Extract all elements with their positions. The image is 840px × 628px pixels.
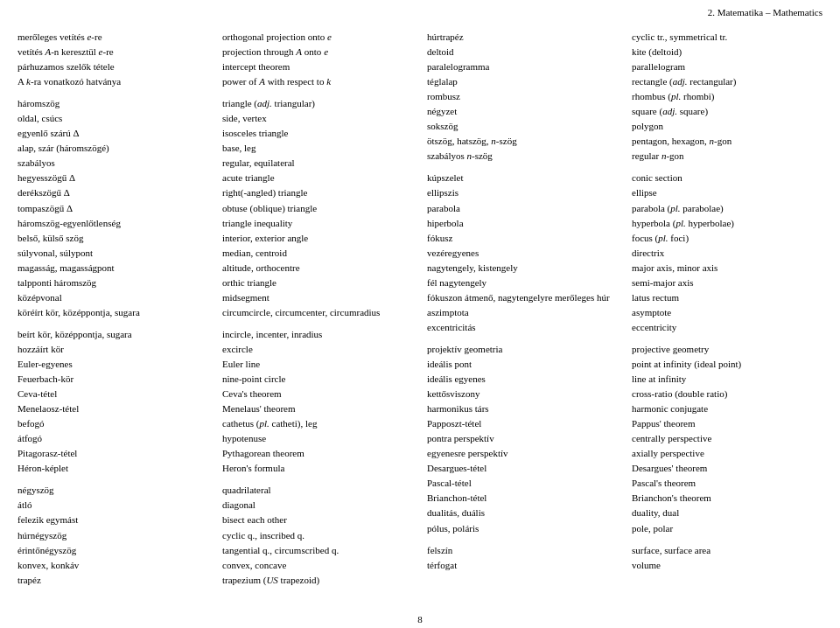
list-item: Pascal's theorem [632,476,822,491]
list-item: Brianchon-tétel [427,491,618,506]
list-item: trapezium (US trapezoid) [222,573,413,588]
list-item [18,320,208,327]
list-item: incircle, incenter, inradius [222,327,413,342]
list-item: Ceva's theorem [222,387,413,401]
list-item: point at infinity (ideal point) [632,357,822,372]
column-1: merőleges vetítés e-revetítés A-n keresz… [18,30,215,588]
list-item: háromszög-egyenlőtlenség [18,216,208,231]
list-item [222,89,413,96]
list-item: szabályos n-szög [427,149,618,164]
column-3: húrtrapézdeltoidparalelogrammatéglalapro… [420,30,625,588]
list-item: harmonic conjugate [632,401,822,416]
list-item: középvonal [18,290,208,305]
list-item: hozzáírt kör [18,342,208,357]
list-item [632,335,822,342]
list-item: line at infinity [632,372,822,387]
list-item: cathetus (pl. catheti), leg [222,416,413,431]
list-item [18,476,208,483]
header-title: 2. Matematika – Mathematics [708,7,822,17]
list-item: isosceles triangle [222,126,413,141]
list-item: projective geometry [632,342,822,357]
list-item: nine-point circle [222,372,413,387]
list-item: szabályos [18,156,208,171]
list-item: érintőnégyszög [18,543,208,558]
list-item: pólus, poláris [427,521,618,536]
list-item: altitude, orthocentre [222,261,413,276]
list-item: köréírt kör, középpontja, sugara [18,305,208,320]
list-item: deltoid [427,45,618,59]
page-header: 2. Matematika – Mathematics [0,0,840,21]
list-item: vetítés A-n keresztül e-re [18,45,208,59]
list-item: beírt kör, középpontja, sugara [18,327,208,342]
list-item: Héron-képlet [18,461,208,476]
list-item [632,164,822,171]
list-item: oldal, csúcs [18,111,208,126]
list-item: alap, szár (háromszögé) [18,141,208,156]
list-item: Brianchon's theorem [632,491,822,506]
list-item: excentricitás [427,320,618,335]
list-item: focus (pl. foci) [632,231,822,246]
list-item: egyenesre perspektív [427,446,618,461]
list-item: Pappus' theorem [632,416,822,431]
list-item: ideális pont [427,357,618,372]
list-item: duality, dual [632,506,822,520]
list-item: cyclic tr., symmetrical tr. [632,30,822,45]
list-item: regular n-gon [632,149,822,164]
list-item: ideális egyenes [427,372,618,387]
list-item: párhuzamos szelők tétele [18,59,208,74]
list-item: kettősviszony [427,387,618,401]
list-item: Heron's formula [222,461,413,476]
list-item: magasság, magasságpont [18,261,208,276]
list-item: midsegment [222,290,413,305]
list-item: major axis, minor axis [632,261,822,276]
list-item: triangle (adj. triangular) [222,96,413,111]
list-item: surface, surface area [632,543,822,558]
list-item: rhombus (pl. rhombi) [632,89,822,104]
list-item: sokszög [427,119,618,134]
list-item: Euler-egyenes [18,357,208,372]
list-item: cyclic q., inscribed q. [222,528,413,543]
list-item: aszimptota [427,305,618,320]
list-item: eccentricity [632,320,822,335]
list-item: conic section [632,171,822,185]
list-item: hiperbola [427,216,618,231]
list-item: hegyesszögű Δ [18,171,208,185]
list-item: paralelogramma [427,59,618,74]
list-item: Papposzt-tétel [427,416,618,431]
list-item: rectangle (adj. rectangular) [632,74,822,89]
list-item: ellipse [632,185,822,200]
list-item: felezik egymást [18,513,208,527]
list-item: húrnégyszög [18,528,208,543]
list-item: nagytengely, kistengely [427,261,618,276]
main-content: merőleges vetítés e-revetítés A-n keresz… [0,21,840,605]
list-item [632,536,822,543]
list-item: regular, equilateral [222,156,413,171]
list-item: median, centroid [222,246,413,261]
list-item: rombusz [427,89,618,104]
list-item: centrally perspective [632,431,822,446]
list-item: convex, concave [222,558,413,573]
list-item: quadrilateral [222,483,413,498]
list-item: axially perspective [632,446,822,461]
list-item: Menelaus' theorem [222,401,413,416]
list-item: volume [632,558,822,573]
list-item: tompaszögű Δ [18,201,208,216]
list-item [427,536,618,543]
list-item: projection through A onto e [222,45,413,59]
list-item: obtuse (oblique) triangle [222,201,413,216]
list-item: hypotenuse [222,431,413,446]
list-item: interior, exterior angle [222,231,413,246]
list-item: téglalap [427,74,618,89]
list-item: fókusz [427,231,618,246]
list-item: egyenlő szárú Δ [18,126,208,141]
list-item: Feuerbach-kör [18,372,208,387]
list-item: triangle inequality [222,216,413,231]
list-item: merőleges vetítés e-re [18,30,208,45]
list-item: felszín [427,543,618,558]
list-item: pentagon, hexagon, n-gon [632,134,822,149]
list-item: négyszög [18,483,208,498]
list-item: orthogonal projection onto e [222,30,413,45]
page-number: 8 [417,614,423,625]
list-item: fél nagytengely [427,276,618,290]
list-item: talpponti háromszög [18,276,208,290]
